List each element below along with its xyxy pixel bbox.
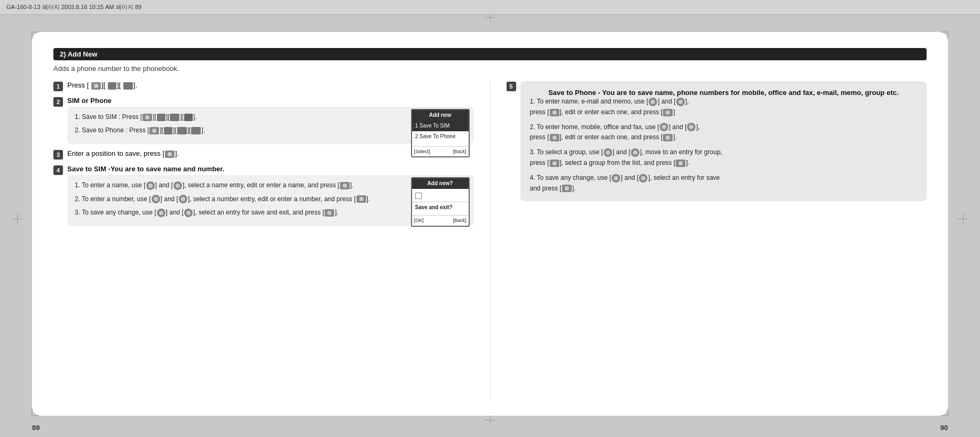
bs4i	[325, 209, 334, 217]
phone-screen-2-footer: [OK] [Back]	[412, 215, 469, 225]
step-4-sub3: 3. To save any change, use [] and [], se…	[75, 208, 467, 218]
b53a	[604, 148, 612, 157]
b51a	[649, 98, 657, 106]
reg-mark-right	[958, 213, 968, 224]
step-4-sub2: 2. To enter a number, use [] and [], sel…	[75, 194, 467, 204]
step5-sub3: 3. To select a group, use [] and [], mov…	[530, 147, 918, 169]
step-3-text: Enter a position to save, press [].	[67, 149, 179, 157]
bi4	[184, 114, 193, 121]
step-2-sub1: 1. Save to SIM : Press [][][][].	[75, 112, 467, 122]
step-2-content: SIM or Phone 1. Save to SIM : Press [][]…	[67, 97, 474, 144]
phone-screen-2-footer-right: [Back]	[453, 217, 466, 224]
step-2-substep-box: 1. Save to SIM : Press [][][][]. 2. Save…	[67, 107, 474, 144]
bs4g	[157, 209, 165, 217]
step-4-sub1: 1. To enter a name, use [] and [], selec…	[75, 180, 467, 190]
right-column: 5 Save to Phone - You are to save name, …	[507, 81, 927, 400]
two-col-layout: 1 Press [ ][ ][ ]. 2 SIM or Phone 1. Sav…	[53, 81, 927, 400]
step-5-content: 1. To enter name, e-mail and memo, use […	[530, 97, 918, 194]
phone-screen-1-item2: 2 Save To Phone	[412, 131, 469, 142]
step-4: 4 Save to SIM -You are to save name and …	[53, 165, 474, 226]
b51b	[676, 98, 685, 106]
phone-screen-2-footer-left: [OK]	[414, 217, 424, 224]
bs4h	[184, 209, 193, 217]
step-2-number: 2	[53, 97, 63, 107]
phone-screen-2-save-text: Save and exit?	[412, 202, 469, 213]
step5-sub1: 1. To enter name, e-mail and memo, use […	[530, 97, 918, 118]
col-divider	[490, 81, 491, 400]
step-4-title: Save to SIM -You are to save name and nu…	[67, 165, 474, 173]
step5-sub2: 2. To enter home, mobile, office and fax…	[530, 122, 918, 144]
reg-mark-bottom	[485, 415, 495, 425]
step-1-content: Press [ ][ ][ ].	[67, 81, 474, 90]
section-subtitle: Adds a phone number to the phonebook.	[53, 65, 927, 73]
btn-icon-num2	[123, 82, 133, 90]
btn-icon-book	[108, 82, 116, 90]
b52c	[550, 134, 559, 141]
bi3	[170, 114, 179, 121]
phone-screen-1-title: Add new	[412, 110, 469, 121]
b54b	[639, 174, 647, 182]
step-1: 1 Press [ ][ ][ ].	[53, 81, 474, 91]
top-bar-text: GA-160-8-13 페이지 2003.8.16 10:15 AM 페이지 8…	[6, 3, 141, 11]
step-1-text: Press [ ][ ][ ].	[67, 81, 137, 89]
step-5: 5 Save to Phone - You are to save name, …	[507, 81, 927, 400]
page-number-left: 89	[32, 424, 39, 432]
bi6	[164, 127, 172, 134]
phone-screen-2-title: Add new?	[412, 178, 469, 189]
bi2	[157, 114, 165, 121]
bi7	[177, 127, 187, 134]
phone-screen-1-footer-right: [Back]	[453, 148, 466, 155]
b51c	[550, 109, 559, 116]
phone-screen-1-footer: [Select] [Back]	[412, 146, 469, 156]
step-4-number: 4	[53, 165, 63, 175]
step-5-box: Save to Phone - You are to save name, ph…	[520, 81, 927, 201]
reg-mark-left	[12, 213, 22, 224]
b51d	[663, 109, 673, 116]
b52b	[687, 123, 696, 131]
bi-s3	[165, 150, 175, 158]
step-1-number: 1	[53, 82, 63, 91]
phone-screen-1: Add new 1 Save To SIM 2 Save To Phone [S…	[411, 109, 470, 157]
bs4c	[340, 182, 350, 189]
b54c	[562, 185, 572, 192]
step-3-number: 3	[53, 150, 63, 160]
step5-sub4: 4. To save any change, use [] and [], se…	[530, 173, 918, 194]
step-2-sub2: 2. Save to Phone : Press [][][][].	[75, 125, 467, 136]
bs4f	[357, 195, 366, 203]
b54a	[612, 174, 620, 182]
bs4e	[179, 195, 187, 203]
b53b	[631, 148, 639, 157]
top-bar: GA-160-8-13 페이지 2003.8.16 10:15 AM 페이지 8…	[0, 0, 980, 15]
bi1	[143, 114, 152, 121]
bs4d	[152, 195, 160, 203]
step-5-number: 5	[507, 82, 516, 91]
phone-screen-1-item1: 1 Save To SIM	[412, 121, 469, 131]
b52a	[660, 123, 668, 131]
step-2: 2 SIM or Phone 1. Save to SIM : Press []…	[53, 97, 474, 144]
phone-screen-1-footer-left: [Select]	[414, 148, 430, 155]
bs4a	[146, 181, 155, 190]
checkbox-icon	[415, 193, 422, 199]
left-column: 1 Press [ ][ ][ ]. 2 SIM or Phone 1. Sav…	[53, 81, 474, 400]
bi5	[149, 127, 159, 134]
b52d	[663, 134, 673, 141]
phone-screen-2: Add new? Save and exit? [OK] [Back]	[411, 177, 470, 226]
step-5-title: Save to Phone - You are to save name, ph…	[530, 89, 918, 97]
section-badge: 2) Add New	[53, 48, 927, 60]
step-2-title: SIM or Phone	[67, 97, 474, 105]
b53d	[676, 160, 685, 167]
phone-screen-2-checkbox	[412, 189, 469, 202]
bs4b	[173, 181, 182, 190]
b53c	[550, 160, 559, 167]
btn-icon-menu	[91, 82, 101, 90]
step-4-substep-box: 1. To enter a name, use [] and [], selec…	[67, 175, 474, 226]
step-4-content: Save to SIM -You are to save name and nu…	[67, 165, 474, 226]
bi8	[191, 127, 201, 134]
page-number-right: 90	[941, 424, 948, 432]
main-card: 2) Add New Adds a phone number to the ph…	[32, 32, 948, 416]
